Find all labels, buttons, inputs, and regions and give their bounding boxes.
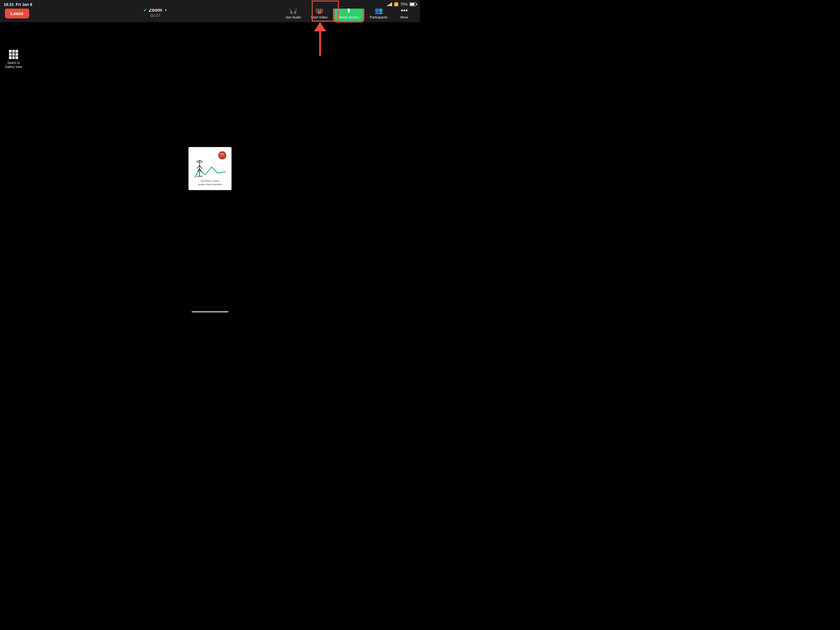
status-bar-right: 📶 75% — [387, 2, 416, 6]
main-content: Switch toGallery View NARA MEMBER San — [0, 22, 420, 315]
home-indicator — [191, 311, 229, 313]
svg-text:MEMBER: MEMBER — [219, 155, 225, 157]
meeting-timer: 02:07 — [150, 13, 161, 18]
battery-icon — [409, 2, 416, 6]
svg-text:San Benito County: San Benito County — [201, 180, 219, 182]
time-display: 18:21 — [4, 2, 14, 7]
chevron-down-icon: ▼ — [164, 8, 167, 12]
wifi-icon: 📶 — [394, 2, 398, 6]
gallery-view-label: Switch toGallery View — [5, 61, 22, 69]
signal-icon — [387, 2, 392, 6]
gallery-view-button[interactable]: Switch toGallery View — [5, 50, 22, 69]
gallery-grid-icon — [9, 50, 18, 59]
status-bar-left: 18:21 Fri Jan 8 — [4, 2, 32, 7]
svg-text:Amateur Radio Association: Amateur Radio Association — [198, 184, 222, 185]
status-bar: 18:21 Fri Jan 8 📶 75% — [0, 0, 420, 9]
leave-button[interactable]: Leave — [5, 8, 29, 19]
battery-percent: 75% — [400, 2, 408, 6]
svg-text:NARA: NARA — [220, 153, 225, 155]
toolbar-center: ✔ Zoom ▼ 02:07 — [29, 7, 282, 18]
logo-svg: NARA MEMBER San Benito County Amateur Ra… — [190, 149, 230, 188]
organization-logo: NARA MEMBER San Benito County Amateur Ra… — [188, 147, 232, 190]
date-display: Fri Jan 8 — [16, 2, 32, 7]
